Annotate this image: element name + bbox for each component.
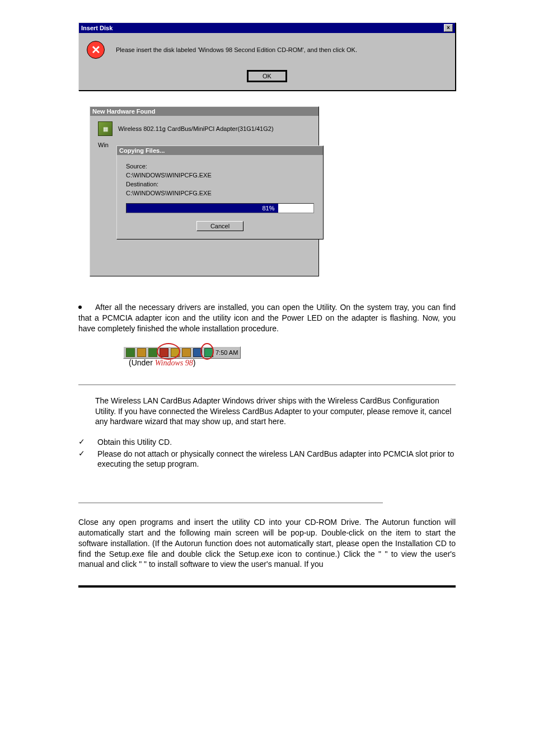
cancel-button[interactable]: Cancel	[196, 221, 243, 231]
install-paragraph: Close any open programs and insert the u…	[78, 517, 456, 570]
new-hardware-device: Wireless 802.11g CardBus/MiniPCI Adapter…	[118, 125, 274, 132]
insert-disk-title: Insert Disk	[81, 25, 113, 31]
check-icon: ✓	[78, 437, 85, 447]
bullet-icon	[78, 306, 82, 309]
system-tray: 7:50 AM	[123, 346, 241, 359]
destination-label: Destination:	[126, 181, 314, 187]
error-icon: ✕	[87, 41, 105, 59]
red-circle-annotation-1	[157, 343, 180, 360]
systray-figure: 7:50 AM (Under Windows 98)	[123, 346, 241, 368]
destination-value: C:\WINDOWS\WINIPCFG.EXE	[126, 190, 314, 196]
tray-caption: (Under Windows 98)	[129, 358, 241, 368]
tray-clock: 7:50 AM	[216, 349, 238, 356]
insert-disk-dialog: Insert Disk × ✕ Please insert the disk l…	[78, 22, 456, 91]
tray-caption-os: Windows 98	[155, 359, 193, 367]
copying-files-dialog: Copying Files... Source: C:\WINDOWS\WINI…	[116, 145, 324, 240]
insert-disk-message: Please insert the disk labeled 'Windows …	[116, 46, 357, 53]
tray-icon-6	[182, 348, 191, 357]
section1-paragraph: The Wireless LAN CardBus Adapter Windows…	[95, 396, 456, 428]
ok-button[interactable]: OK	[247, 70, 287, 82]
copy-progress-fill: 81%	[127, 204, 278, 213]
separator-1	[78, 384, 456, 386]
tray-icon-3	[148, 348, 157, 357]
separator-2	[78, 503, 383, 504]
red-circle-annotation-2	[200, 343, 214, 360]
list-item-text: Obtain this Utility CD.	[97, 437, 456, 447]
list-item-text: Please do not attach or physically conne…	[97, 449, 456, 469]
copying-title: Copying Files...	[119, 147, 165, 154]
source-label: Source:	[126, 163, 314, 170]
bullet-paragraph: After all the necessary drivers are inst…	[78, 302, 456, 334]
list-item: ✓ Please do not attach or physically con…	[78, 449, 456, 469]
close-icon[interactable]: ×	[444, 24, 453, 32]
footer-rule	[78, 585, 456, 588]
check-icon: ✓	[78, 449, 85, 469]
insert-disk-titlebar: Insert Disk ×	[79, 23, 455, 33]
hardware-icon: ▦	[98, 121, 113, 136]
tray-icon-1	[126, 348, 135, 357]
nested-dialog-area: New Hardware Found ▦ Wireless 802.11g Ca…	[78, 106, 456, 291]
tray-icon-2	[137, 348, 146, 357]
list-item: ✓ Obtain this Utility CD.	[78, 437, 456, 447]
new-hardware-titlebar: New Hardware Found	[90, 107, 318, 116]
copy-progress-bar: 81%	[126, 203, 314, 213]
prerequisites-list: ✓ Obtain this Utility CD. ✓ Please do no…	[78, 437, 456, 469]
copying-titlebar: Copying Files...	[117, 146, 323, 155]
copy-progress-text: 81%	[263, 205, 275, 212]
new-hardware-title: New Hardware Found	[92, 108, 155, 115]
bullet-text: After all the necessary drivers are inst…	[78, 303, 456, 333]
insert-disk-body: ✕ Please insert the disk labeled 'Window…	[79, 33, 455, 90]
source-value: C:\WINDOWS\WINIPCFG.EXE	[126, 172, 314, 179]
